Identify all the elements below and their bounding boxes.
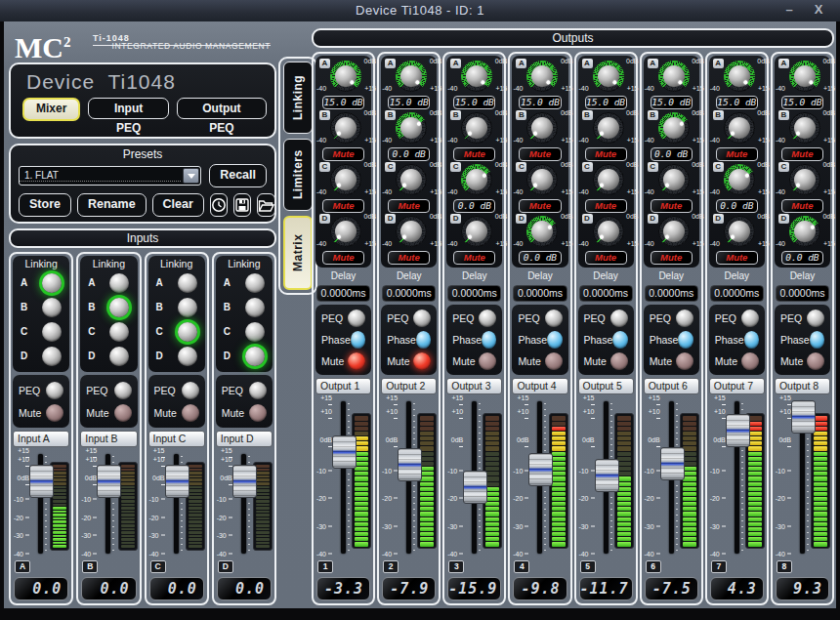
link-button-b[interactable] — [178, 298, 197, 317]
mute-button[interactable] — [46, 404, 63, 422]
gain-knob[interactable]: 0dB-40+15 — [330, 61, 361, 92]
phase-button[interactable] — [416, 331, 431, 349]
gain-knob[interactable]: 0dB-40+15 — [396, 61, 427, 92]
mute-button[interactable] — [182, 404, 199, 422]
title-bar[interactable]: Device Ti1048 - ID: 1 – X — [0, 0, 840, 21]
phase-button[interactable] — [744, 331, 759, 349]
peq-button[interactable] — [182, 382, 199, 399]
peq-button[interactable] — [413, 310, 431, 327]
recall-button[interactable]: Recall — [209, 164, 267, 187]
gain-knob[interactable]: 0dB-40+15 — [461, 216, 492, 247]
rename-button[interactable]: Rename — [77, 193, 147, 217]
mute-button[interactable] — [114, 404, 132, 422]
phase-button[interactable] — [810, 331, 824, 349]
link-button-a[interactable] — [245, 273, 265, 293]
phase-button[interactable] — [351, 331, 365, 349]
gain-knob[interactable]: 0dB-40+15 — [789, 61, 820, 92]
link-button-b[interactable] — [42, 298, 62, 317]
mute-button[interactable] — [545, 352, 563, 370]
peq-button[interactable] — [479, 310, 496, 327]
gain-knob[interactable]: 0dB-40+15 — [789, 112, 820, 144]
gain-knob[interactable]: 0dB-40+15 — [461, 164, 492, 195]
link-button-c[interactable] — [178, 322, 197, 342]
mute-button[interactable] — [348, 352, 365, 370]
peq-button[interactable] — [46, 382, 63, 399]
channel-name-field[interactable]: Output 4 — [512, 378, 567, 394]
gain-knob[interactable]: 0dB-40+15 — [330, 164, 361, 195]
link-button-d[interactable] — [245, 347, 265, 366]
gain-knob[interactable]: 0dB-40+15 — [526, 164, 558, 195]
link-button-d[interactable] — [109, 347, 129, 366]
gain-knob[interactable]: 0dB-40+15 — [526, 216, 558, 247]
channel-name-field[interactable]: Output 7 — [709, 378, 765, 394]
peq-button[interactable] — [610, 310, 628, 327]
tab-limiters[interactable]: Limiters — [283, 139, 313, 211]
gain-knob[interactable]: 0dB-40+15 — [658, 216, 690, 247]
preset-select[interactable]: 1. FLAT — [19, 166, 201, 186]
fader-track[interactable] — [341, 401, 346, 554]
tab-input-peq[interactable]: Input PEQ — [88, 98, 168, 119]
channel-name-field[interactable]: Output 2 — [381, 378, 437, 394]
peq-button[interactable] — [348, 310, 365, 327]
link-button-c[interactable] — [245, 322, 265, 342]
gain-knob[interactable]: 0dB-40+15 — [461, 112, 492, 144]
peq-button[interactable] — [807, 310, 824, 327]
phase-button[interactable] — [612, 331, 627, 349]
tab-mixer[interactable]: Mixer — [22, 98, 80, 121]
gain-knob[interactable]: 0dB-40+15 — [658, 112, 690, 144]
fader-handle[interactable] — [726, 414, 750, 447]
link-button-d[interactable] — [178, 347, 197, 366]
channel-name-field[interactable]: Input C — [148, 431, 205, 447]
fader-handle[interactable] — [463, 471, 487, 504]
mute-button[interactable] — [479, 352, 496, 370]
gain-knob[interactable]: 0dB-40+15 — [724, 112, 755, 144]
fader-handle[interactable] — [332, 435, 357, 469]
gain-knob[interactable]: 0dB-40+15 — [724, 216, 755, 247]
mute-button[interactable] — [249, 404, 267, 422]
channel-name-field[interactable]: Output 8 — [775, 378, 830, 394]
channel-name-field[interactable]: Output 6 — [644, 378, 699, 394]
link-button-b[interactable] — [109, 298, 129, 317]
mute-button[interactable] — [807, 352, 824, 370]
mute-button[interactable] — [413, 352, 431, 370]
mute-button[interactable] — [610, 352, 628, 370]
peq-button[interactable] — [676, 310, 693, 327]
gain-knob[interactable]: 0dB-40+15 — [724, 61, 755, 92]
channel-name-field[interactable]: Output 5 — [578, 378, 634, 394]
fader-handle[interactable] — [29, 465, 54, 498]
fader-handle[interactable] — [97, 465, 121, 498]
link-button-c[interactable] — [42, 322, 62, 342]
tab-matrix[interactable]: Matrix — [283, 216, 313, 290]
phase-button[interactable] — [547, 331, 562, 349]
open-folder-icon[interactable] — [257, 193, 275, 217]
gain-knob[interactable]: 0dB-40+15 — [593, 216, 624, 247]
minimize-icon[interactable]: – — [781, 2, 797, 17]
tab-linking[interactable]: Linking — [283, 62, 313, 134]
peq-button[interactable] — [114, 382, 132, 399]
clear-button[interactable]: Clear — [152, 193, 204, 217]
gain-knob[interactable]: 0dB-40+15 — [461, 61, 492, 92]
channel-name-field[interactable]: Input A — [13, 431, 69, 447]
save-icon[interactable] — [233, 193, 251, 217]
channel-name-field[interactable]: Input B — [80, 431, 137, 447]
gain-knob[interactable]: 0dB-40+15 — [330, 112, 361, 144]
fader-handle[interactable] — [791, 400, 816, 434]
gain-knob[interactable]: 0dB-40+15 — [593, 164, 624, 195]
channel-name-field[interactable]: Output 3 — [446, 378, 502, 394]
link-button-a[interactable] — [178, 273, 197, 293]
fader-handle[interactable] — [165, 465, 189, 498]
mute-button[interactable] — [676, 352, 693, 370]
channel-name-field[interactable]: Input D — [216, 431, 273, 447]
clock-icon[interactable] — [210, 193, 228, 217]
gain-knob[interactable]: 0dB-40+15 — [724, 164, 755, 195]
gain-knob[interactable]: 0dB-40+15 — [526, 112, 558, 144]
phase-button[interactable] — [482, 331, 496, 349]
fader-handle[interactable] — [660, 447, 685, 480]
close-icon[interactable]: X — [811, 2, 826, 17]
link-button-c[interactable] — [109, 322, 129, 342]
link-button-a[interactable] — [42, 273, 62, 293]
fader-handle[interactable] — [398, 448, 422, 481]
peq-button[interactable] — [741, 310, 759, 327]
tab-output-peq[interactable]: Output PEQ — [177, 98, 267, 119]
gain-knob[interactable]: 0dB-40+15 — [593, 112, 624, 144]
